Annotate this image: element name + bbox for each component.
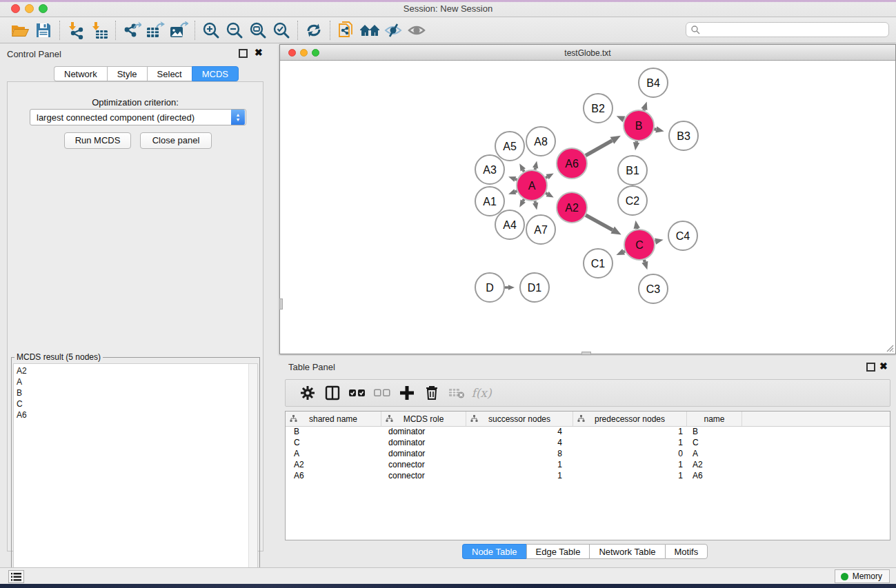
tab-style[interactable]: Style <box>107 66 147 81</box>
show-selected-icon[interactable] <box>405 20 428 41</box>
cell-name[interactable]: A2 <box>687 460 742 471</box>
zoom-in-icon[interactable] <box>199 20 223 41</box>
result-list-item[interactable]: A <box>17 376 27 387</box>
cell-name[interactable]: A6 <box>687 471 742 482</box>
edge-A-A2[interactable] <box>546 193 547 194</box>
cell-successor-nodes[interactable]: 1 <box>466 471 573 482</box>
table-row-A2[interactable]: A2connector11A2 <box>286 460 890 471</box>
show-panels-menu-button[interactable] <box>8 570 24 583</box>
result-list-item[interactable]: B <box>17 387 27 398</box>
cell-shared-name[interactable]: B <box>286 427 381 438</box>
table-row-C[interactable]: Cdominator41C <box>286 438 890 449</box>
result-list-scrollbar[interactable] <box>248 364 257 587</box>
cell-shared-name[interactable]: A <box>286 449 381 460</box>
open-file-icon[interactable] <box>8 20 32 41</box>
cell-MCDS-role[interactable]: connector <box>381 471 466 482</box>
save-session-icon[interactable] <box>32 20 55 41</box>
tab-mcds[interactable]: MCDS <box>192 66 239 81</box>
float-panel-icon[interactable] <box>239 49 248 58</box>
cell-name[interactable]: C <box>687 438 742 449</box>
split-panel-icon[interactable] <box>320 382 345 404</box>
cell-MCDS-role[interactable]: dominator <box>381 438 466 449</box>
apply-layout-icon[interactable] <box>302 20 326 41</box>
table-row-A[interactable]: Adominator80A <box>286 449 890 460</box>
search-input[interactable] <box>700 25 888 34</box>
column-header-MCDS-role[interactable]: MCDS role <box>381 412 466 426</box>
edge-A-A8[interactable] <box>535 168 536 170</box>
cell-MCDS-role[interactable]: connector <box>381 460 466 471</box>
zoom-selected-icon[interactable] <box>270 20 293 41</box>
add-column-icon[interactable] <box>395 382 419 404</box>
cell-predecessor-nodes[interactable]: 1 <box>573 427 687 438</box>
cell-predecessor-nodes[interactable]: 1 <box>573 460 687 471</box>
edge-A-A1[interactable] <box>515 191 517 192</box>
edge-C-C3[interactable] <box>644 260 645 262</box>
cell-successor-nodes[interactable]: 1 <box>466 460 573 471</box>
edge-A-A5[interactable] <box>523 170 524 172</box>
result-list-item[interactable]: A6 <box>17 409 27 420</box>
cell-predecessor-nodes[interactable]: 0 <box>573 449 687 460</box>
cell-name[interactable]: B <box>687 427 742 438</box>
column-header-name[interactable]: name <box>687 412 742 426</box>
cell-MCDS-role[interactable]: dominator <box>381 449 466 460</box>
edge-A2-C[interactable] <box>586 215 613 230</box>
memory-button[interactable]: Memory <box>835 569 890 583</box>
edge-A-A7[interactable] <box>535 201 536 203</box>
close-panel-icon[interactable]: ✖ <box>255 49 263 58</box>
left-splitter-handle[interactable] <box>279 298 283 310</box>
delete-column-icon[interactable] <box>419 382 444 404</box>
cell-shared-name[interactable]: A2 <box>286 460 381 471</box>
import-table-icon[interactable] <box>88 20 111 41</box>
export-network-icon[interactable] <box>120 20 143 41</box>
cell-successor-nodes[interactable]: 4 <box>466 427 573 438</box>
table-row-A6[interactable]: A6connector11A6 <box>286 471 890 482</box>
run-mcds-button[interactable]: Run MCDS <box>64 132 131 149</box>
tab-network[interactable]: Network <box>54 66 107 81</box>
export-table-icon[interactable] <box>143 20 167 41</box>
close-table-panel-icon[interactable]: ✖ <box>879 363 888 372</box>
edge-A-A4[interactable] <box>523 199 524 201</box>
delete-table-icon[interactable] <box>444 382 469 404</box>
tab-network-table[interactable]: Network Table <box>589 544 664 559</box>
zoom-out-icon[interactable] <box>223 20 246 41</box>
edge-C-C1[interactable] <box>624 251 625 252</box>
tab-motifs[interactable]: Motifs <box>665 544 708 559</box>
cell-successor-nodes[interactable]: 4 <box>466 438 573 449</box>
mcds-result-list[interactable]: A2ABCA6 <box>13 363 258 587</box>
column-header-shared-name[interactable]: shared name <box>286 412 381 426</box>
column-header-successor-nodes[interactable]: successor nodes <box>466 412 573 426</box>
cell-predecessor-nodes[interactable]: 1 <box>573 438 687 449</box>
float-table-panel-icon[interactable] <box>866 363 875 372</box>
unselect-all-columns-icon[interactable] <box>370 382 395 404</box>
edge-A-A6[interactable] <box>546 177 547 178</box>
edge-A-A3[interactable] <box>515 179 517 180</box>
cell-MCDS-role[interactable]: dominator <box>381 427 466 438</box>
cell-name[interactable]: A <box>687 449 742 460</box>
cell-shared-name[interactable]: C <box>286 438 381 449</box>
tab-select[interactable]: Select <box>147 66 192 81</box>
close-panel-button[interactable]: Close panel <box>140 132 212 149</box>
table-row-B[interactable]: Bdominator41B <box>286 427 890 438</box>
tab-edge-table[interactable]: Edge Table <box>526 544 590 559</box>
hide-selected-icon[interactable] <box>381 20 405 41</box>
result-list-item[interactable]: A2 <box>17 365 27 376</box>
bottom-splitter-handle[interactable] <box>581 352 591 355</box>
function-builder-icon[interactable]: f(x) <box>469 382 494 404</box>
cell-predecessor-nodes[interactable]: 1 <box>573 471 687 482</box>
optimization-criterion-select[interactable]: largest connected component (directed) ▲… <box>30 109 246 125</box>
zoom-fit-icon[interactable] <box>246 20 270 41</box>
resize-grip-icon[interactable] <box>885 343 894 352</box>
select-all-columns-icon[interactable] <box>345 382 370 404</box>
column-header-predecessor-nodes[interactable]: predecessor nodes <box>573 412 687 426</box>
search-box[interactable] <box>686 22 889 37</box>
duplicate-network-icon[interactable] <box>335 20 358 41</box>
export-image-icon[interactable] <box>167 20 190 41</box>
network-window-titlebar[interactable]: testGlobe.txt <box>280 45 895 61</box>
cell-shared-name[interactable]: A6 <box>286 471 381 482</box>
tab-node-table[interactable]: Node Table <box>462 544 526 559</box>
edge-B-B3[interactable] <box>654 129 656 130</box>
cell-successor-nodes[interactable]: 8 <box>466 449 573 460</box>
show-networks-icon[interactable] <box>358 20 381 41</box>
settings-gear-icon[interactable] <box>295 382 320 404</box>
import-network-icon[interactable] <box>64 20 88 41</box>
